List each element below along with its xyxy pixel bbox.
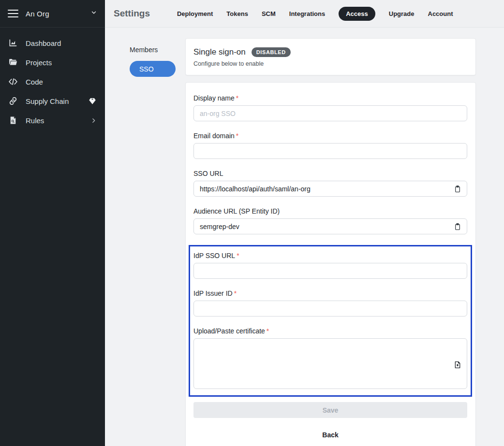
- sidebar-item-label: Code: [26, 78, 97, 86]
- upload-certificate-button[interactable]: [453, 360, 462, 370]
- gem-icon: [88, 97, 97, 105]
- rules-doc-icon: [8, 115, 18, 125]
- tab-upgrade[interactable]: Upgrade: [389, 10, 415, 17]
- idp-issuer-id-label: IdP Issuer ID*: [193, 289, 467, 297]
- audience-url-field-group: Audience URL (SP Entity ID): [193, 207, 467, 234]
- email-domain-label: Email domain*: [193, 132, 467, 140]
- clipboard-copy-icon: [454, 187, 461, 194]
- copy-button[interactable]: [453, 221, 462, 231]
- idp-issuer-id-input[interactable]: [193, 301, 467, 317]
- certificate-field-group: Upload/Paste certificate*: [193, 327, 467, 391]
- tab-deployment[interactable]: Deployment: [177, 10, 213, 17]
- main-area: Settings Deployment Tokens SCM Integrati…: [105, 0, 504, 446]
- idp-issuer-id-field-group: IdP Issuer ID*: [193, 289, 467, 317]
- chevron-down-icon: [90, 9, 97, 18]
- tab-access[interactable]: Access: [339, 7, 375, 21]
- display-name-input[interactable]: [193, 105, 467, 121]
- sidebar-item-projects[interactable]: Projects: [0, 53, 105, 72]
- sso-card-title: Single sign-on: [193, 47, 246, 57]
- org-name: An Org: [26, 10, 90, 18]
- required-asterisk: *: [234, 289, 237, 297]
- required-asterisk: *: [237, 252, 239, 259]
- sidebar-item-label: Rules: [26, 116, 90, 125]
- sso-url-label: SSO URL: [193, 170, 467, 177]
- required-asterisk: *: [236, 94, 238, 102]
- top-bar: Settings Deployment Tokens SCM Integrati…: [105, 0, 504, 28]
- access-subnav: Members SSO: [105, 38, 185, 446]
- sidebar-item-dashboard[interactable]: Dashboard: [0, 33, 105, 53]
- sso-url-input[interactable]: [193, 181, 467, 197]
- required-asterisk: *: [236, 132, 238, 140]
- content: Members SSO Single sign-on DISABLED Conf…: [105, 28, 504, 446]
- chain-link-icon: [8, 96, 18, 106]
- org-switcher[interactable]: An Org: [0, 0, 105, 28]
- sidebar-item-label: Supply Chain: [26, 97, 88, 105]
- sidebar-item-label: Projects: [26, 58, 97, 67]
- idp-sso-url-input[interactable]: [193, 263, 467, 279]
- idp-sso-url-label: IdP SSO URL*: [193, 252, 467, 259]
- clipboard-copy-icon: [454, 225, 461, 232]
- sidebar-item-label: Dashboard: [26, 39, 97, 47]
- subnav-item-sso[interactable]: SSO: [130, 61, 176, 77]
- idp-section-highlight: IdP SSO URL* IdP Issuer ID* Upload/Paste…: [189, 245, 472, 397]
- sidebar-item-rules[interactable]: Rules: [0, 111, 105, 130]
- bar-chart-icon: [8, 38, 18, 48]
- code-icon: [8, 77, 18, 86]
- sso-config-form: Display name* Email domain* SSO URL: [185, 82, 476, 446]
- back-link[interactable]: Back: [193, 431, 467, 439]
- sidebar-item-code[interactable]: Code: [0, 72, 105, 91]
- sidebar-item-supply-chain[interactable]: Supply Chain: [0, 91, 105, 111]
- display-name-label: Display name*: [193, 94, 467, 102]
- page-title: Settings: [114, 8, 150, 19]
- copy-button[interactable]: [453, 184, 462, 194]
- sso-card-subtitle: Configure below to enable: [193, 60, 468, 67]
- folder-icon: [8, 58, 18, 67]
- chevron-right-icon: [90, 117, 97, 124]
- certificate-textarea[interactable]: [193, 338, 467, 389]
- sso-status-card: Single sign-on DISABLED Configure below …: [185, 38, 476, 75]
- required-asterisk: *: [267, 327, 269, 335]
- sso-settings-column: Single sign-on DISABLED Configure below …: [185, 38, 476, 446]
- save-button[interactable]: Save: [193, 402, 467, 418]
- subnav-section-label: Members: [130, 46, 185, 54]
- audience-url-input[interactable]: [193, 218, 467, 234]
- idp-sso-url-field-group: IdP SSO URL*: [193, 252, 467, 279]
- tab-integrations[interactable]: Integrations: [289, 10, 325, 17]
- sso-url-field-group: SSO URL: [193, 170, 467, 197]
- status-badge: DISABLED: [252, 47, 291, 57]
- app-window: An Org Dashboard Projects: [0, 0, 504, 446]
- tab-tokens[interactable]: Tokens: [226, 10, 248, 17]
- file-upload-icon: [454, 363, 461, 371]
- certificate-label: Upload/Paste certificate*: [193, 327, 467, 335]
- hamburger-menu-icon[interactable]: [8, 10, 18, 17]
- settings-tabs: Deployment Tokens SCM Integrations Acces…: [177, 7, 453, 21]
- display-name-field-group: Display name*: [193, 94, 467, 121]
- email-domain-input[interactable]: [193, 143, 467, 159]
- sidebar-nav: Dashboard Projects Code Supply Chain: [0, 28, 105, 130]
- sidebar: An Org Dashboard Projects: [0, 0, 105, 446]
- tab-account[interactable]: Account: [428, 10, 453, 17]
- tab-scm[interactable]: SCM: [262, 10, 276, 17]
- audience-url-label: Audience URL (SP Entity ID): [193, 207, 467, 215]
- email-domain-field-group: Email domain*: [193, 132, 467, 159]
